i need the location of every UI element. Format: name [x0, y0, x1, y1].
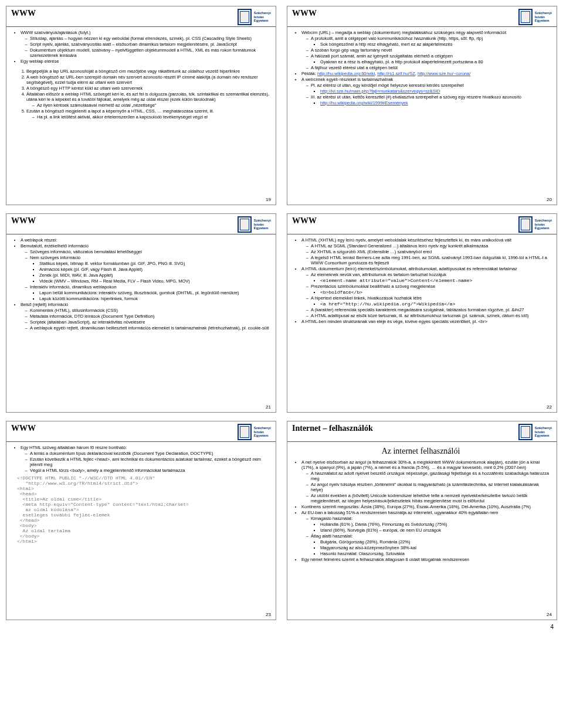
slide-19: WWW Széchenyi István Egyetem WWW szabván…	[6, 6, 276, 205]
sub-bullet: A használatot az adott nyelvet beszélő o…	[311, 471, 551, 481]
bullet: A weblapok részei:	[21, 237, 270, 243]
slide-header: WWW Széchenyi István Egyetem	[6, 421, 276, 442]
page-footer-number: 4	[6, 624, 557, 630]
slide-title: WWW	[292, 216, 317, 226]
sub-bullet: Az utóbbi években a (bővített) Unicode k…	[311, 493, 551, 504]
bullet: WWW szabványok/ajánlások (folyt.)	[21, 30, 270, 35]
sub-bullet: Dokumentum objektum modell, szabvány – n…	[30, 47, 270, 58]
html-code-block: <!DOCTYPE HTML PUBLIC "-//W3C//DTD HTML …	[17, 475, 270, 544]
bullet: Egy weblap elérése	[21, 59, 270, 64]
sub-bullet: A fájlhoz vezető elérési utat a célgépen…	[311, 65, 551, 70]
bullet: Bemutatott, érzékelhető információ	[21, 243, 270, 249]
num-item: A böngésző egy HTTP kérést küld az ottan…	[26, 86, 270, 91]
sub2-bullet: Animációs képek (pl. GIF, vagy Flash ill…	[39, 267, 270, 272]
crest-icon	[518, 424, 533, 440]
slide-title: WWW	[11, 424, 36, 433]
sub2-bullet: Zenék (pl. MIDI, WAV, ill. Java Applet)	[39, 273, 270, 278]
logo-text: Széchenyi István Egyetem	[254, 219, 271, 230]
slide-grid: WWW Széchenyi István Egyetem WWW szabván…	[6, 6, 557, 620]
sub-bullet: A legelső HTML leírást Berners-Lee adta …	[311, 255, 551, 266]
sub-bullet: A hipertext elemekkel linkek, hivatkozás…	[311, 295, 551, 307]
slide-22: WWW Széchenyi István Egyetem A HTML (XHT…	[287, 213, 557, 413]
sub-bullet: Átlag alatti használat: Bulgária, Görögo…	[311, 533, 551, 556]
bullet: A HTML dokumentum (leíró) elemeket/szimb…	[301, 266, 551, 271]
bullet: A HTML-ben minden struktúrának van eleje…	[301, 319, 551, 324]
sub-bullet: Az elemeknek nevük van, attribútumok és …	[311, 272, 551, 283]
sub-bullet: A HTML az SGML (Standard Generalized …) …	[311, 243, 551, 249]
slide-header: Internet – felhasználók Széchenyi István…	[287, 421, 557, 442]
sub-bullet: Végül a HTML törzs <body>, amely a megje…	[30, 468, 270, 473]
sub2-bullet: Videók (WMV – Windows, RM – Real Media, …	[39, 278, 270, 284]
sub-bullet: Script nyelv, ajánlás, szabványosítás al…	[30, 42, 270, 47]
code-snippet: <b>boldface</b>	[320, 290, 362, 295]
sub-bullet: A hálózati port számát, amin az igényelt…	[311, 53, 551, 64]
sub-bullet: A HTML adattípusai az elsők közé tartozn…	[311, 313, 551, 318]
sub-bullet: A leírás a dokumentum típus deklarációva…	[30, 451, 270, 456]
example-link[interactable]: http://www.sze.hu/~corona/	[418, 71, 470, 76]
example-link[interactable]: http://hu.wikipedia.org:80/wiki	[317, 71, 375, 76]
slide-number: 24	[547, 612, 552, 617]
slide-header: WWW Széchenyi István Egyetem	[6, 214, 276, 234]
sub2-bullet: Magyarország az alsó-középmezőnyben 38%-…	[320, 545, 551, 550]
sub-bullet: Metadata információk, DTD leírások (Docu…	[30, 314, 270, 319]
crest-icon	[238, 424, 252, 440]
slide-number: 23	[266, 612, 271, 617]
logo-text: Széchenyi István Egyetem	[535, 11, 552, 23]
slide-20: WWW Széchenyi István Egyetem Webcím (URL…	[287, 6, 557, 205]
sub-bullet: A (karakter) referenciák speciális karak…	[311, 307, 551, 312]
sub-bullet: Nem szöveges információ Statikus képek, …	[30, 255, 270, 284]
bullet: Az EU-ban a lakosság 51%-a rendszeresen …	[301, 510, 551, 515]
slide-header: WWW Széchenyi István Egyetem	[287, 214, 557, 234]
bullet: Belső (rejtett) információ	[21, 302, 270, 307]
slide-number: 20	[547, 197, 552, 202]
slide-body: Webcím (URL) – megadja a weblap (dokumen…	[287, 27, 557, 106]
slide-header: WWW Széchenyi István Egyetem	[6, 6, 276, 27]
university-logo: Széchenyi István Egyetem	[518, 216, 552, 233]
university-logo: Széchenyi István Egyetem	[238, 424, 271, 440]
bullet: Egy HTML szöveg általában három fő részr…	[21, 445, 270, 450]
sub2-bullet: Sok böngészőnél a http rész elhagyható, …	[320, 42, 551, 47]
slide-body: A HTML (XHTML) egy leíró nyelv, amelyet …	[287, 234, 557, 324]
sub-bullet: Ezután következik a HTML fejléc <head>, …	[30, 457, 270, 467]
university-logo: Széchenyi István Egyetem	[518, 424, 552, 440]
sub-bullet: Az ilyen kérések számolásával mérhető az…	[37, 103, 270, 108]
num-item: Begépeljük a lap URL azonosítóját a böng…	[26, 69, 270, 74]
logo-text: Széchenyi István Egyetem	[535, 426, 552, 438]
sub-bullet: Scriptek (általában JavaScript), az inte…	[30, 319, 270, 325]
sub2-bullet: Lapon belüli kommunikációra: interaktív …	[39, 290, 270, 295]
example-link[interactable]: http://rs1.szif.hu/SZ	[377, 71, 415, 76]
logo-text: Széchenyi István Egyetem	[535, 219, 552, 230]
sub-bullet: Az XHTML a szigorúbb XML (Extensible …) …	[311, 249, 551, 254]
sub2-bullet: Izland (86%), Norvégia (81%) – európai, …	[320, 528, 551, 533]
sub2-bullet: Hasonló használat: Olaszország, Szlováki…	[320, 551, 551, 556]
bullet: Példák: http://hu.wikipedia.org:80/wiki,…	[301, 71, 551, 76]
crest-icon	[238, 216, 252, 233]
slide-body: A weblapok részei: Bemutatott, érzékelhe…	[6, 234, 276, 331]
num-item: A web böngésző az URL-ben szereplő domai…	[26, 74, 270, 85]
logo-text: Széchenyi István Egyetem	[254, 426, 271, 438]
slide-subtitle: Az internet felhasználói	[291, 447, 551, 456]
crest-icon	[238, 9, 252, 25]
slide-title: WWW	[11, 216, 36, 226]
slide-number: 19	[266, 197, 271, 202]
example-link[interactable]: http://ivi.sze.hu/main.php?fajl=munkatar…	[320, 89, 440, 94]
slide-number: 21	[266, 404, 271, 410]
slide-number: 22	[547, 404, 552, 410]
code-snippet: <a href="http://hu.wikipedia.org/">Wikip…	[320, 301, 455, 307]
slide-title: Internet – felhasználók	[292, 424, 373, 433]
sub-bullet: A weblapok egyéb rejtett, dinamikusan be…	[30, 325, 270, 331]
sub2-bullet: Statikus képek, bitmap ill. vektor formá…	[39, 261, 270, 266]
example-link[interactable]: http://hu.wikipedia.org/wiki/1999#Esemén…	[320, 100, 408, 106]
crest-icon	[518, 9, 533, 25]
sub-bullet: A protokollt, amit a célgéppel való komm…	[311, 36, 551, 47]
university-logo: Széchenyi István Egyetem	[238, 9, 271, 25]
sub-bullet: Kommentek (HTML), stílusinformációk (CSS…	[30, 308, 270, 313]
slide-title: WWW	[11, 9, 36, 18]
code-snippet: <element-name attribute="value">Content<…	[320, 278, 472, 283]
slide-body: Az internet felhasználói A net nyelve el…	[287, 442, 557, 562]
sub2-bullet: Lapok közötti kommunikációra: hiperlinke…	[39, 296, 270, 301]
sub2-bullet: Bulgária, Görögország (28%), Románia (22…	[320, 539, 551, 545]
slide-21: WWW Széchenyi István Egyetem A weblapok …	[6, 213, 276, 413]
bullet: A webcímek egyéb részeket is tartalmazha…	[301, 77, 551, 82]
bullet: Egy német felmérés szerint a felhasználó…	[301, 557, 551, 562]
